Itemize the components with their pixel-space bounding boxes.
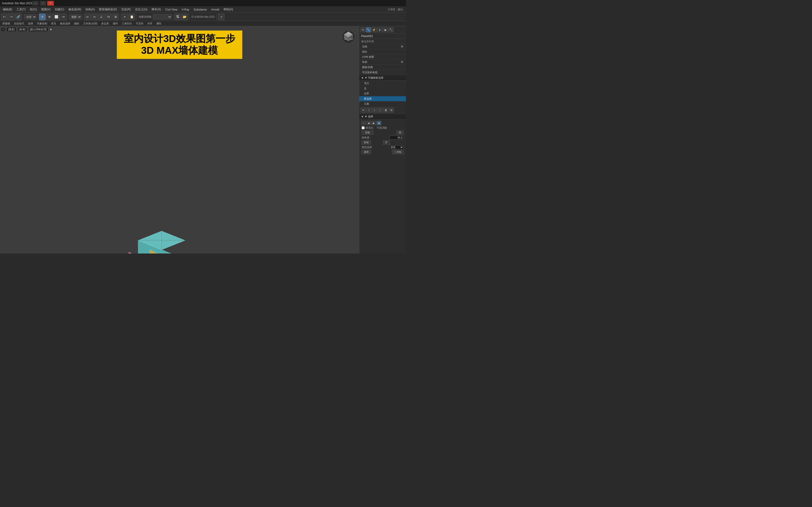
tool-trash[interactable]: 🗑 xyxy=(383,108,388,113)
viewport-arrow[interactable]: ▼ xyxy=(50,28,52,31)
modifier-uvw[interactable]: UVW 贴图 xyxy=(359,54,406,60)
menu-customize[interactable]: 自定义(U) xyxy=(133,7,149,12)
object-name[interactable]: Plane001 xyxy=(359,34,406,39)
menu-animation[interactable]: 动画(A) xyxy=(84,7,97,12)
sub-element[interactable]: 元素 xyxy=(359,101,406,107)
angle-snap-button[interactable]: ∠ xyxy=(98,14,105,20)
menu-tools[interactable]: 工具(T) xyxy=(14,7,28,12)
motion-panel-btn[interactable]: ● xyxy=(377,27,382,33)
viewport-tag-shading[interactable]: [默认明暗处理] xyxy=(29,27,48,32)
snap-settings-button[interactable]: ⊞ xyxy=(112,14,119,20)
menu-civil-view[interactable]: Civil View xyxy=(163,7,179,12)
scene-explorer-button[interactable]: 🏗 xyxy=(174,14,181,20)
select-and-move-button[interactable]: ⊕ xyxy=(46,14,53,20)
sel-btn-square[interactable]: ■ xyxy=(376,121,381,125)
menu-vray[interactable]: V-Ray xyxy=(180,7,191,12)
expand-toolbar-button[interactable]: » xyxy=(218,14,224,20)
maximize-button[interactable]: □ xyxy=(40,1,46,6)
redo-button[interactable]: ↪ xyxy=(8,14,14,20)
sub-tool-polygon[interactable]: 多边形 xyxy=(100,21,110,25)
modifier-renderable-spline[interactable]: 可渲染样条线 xyxy=(359,70,406,75)
selection-section-header[interactable]: ▼ ▼ 选择 xyxy=(359,114,406,119)
sub-edge[interactable]: 边 xyxy=(359,86,406,91)
angle-input[interactable] xyxy=(390,136,404,139)
select-link-button[interactable]: 🔗 xyxy=(15,14,21,20)
sub-tool-freeform[interactable]: 自由形式 xyxy=(12,21,26,25)
tool-pipe2[interactable]: | xyxy=(372,108,377,113)
back-face-btn[interactable]: 背面 xyxy=(362,130,373,135)
sub-tool-triangulate[interactable]: 三角剖分 xyxy=(120,21,134,25)
snap-2d-button[interactable]: 2D xyxy=(91,14,98,20)
shrink-btn[interactable]: 收缩 xyxy=(362,140,371,145)
close-button[interactable]: ✕ xyxy=(47,1,54,6)
layer-manager-button[interactable]: ≡ xyxy=(121,14,128,20)
select-object-button[interactable]: ✛ xyxy=(39,14,46,20)
menu-render[interactable]: 渲染(R) xyxy=(119,7,133,12)
menu-modifier[interactable]: 修改器(M) xyxy=(66,7,83,12)
tool-pipe1[interactable]: | xyxy=(366,108,371,113)
menu-view[interactable]: 视图(V) xyxy=(39,7,52,12)
sub-vertex[interactable]: 顶点 xyxy=(359,81,406,86)
menu-script[interactable]: 脚本(S) xyxy=(150,7,163,12)
utilities-panel-btn[interactable]: 🔨 xyxy=(388,27,394,33)
sub-tool-modify-select[interactable]: 修改选择 xyxy=(58,21,72,25)
align-btn[interactable]: 二对制 xyxy=(392,150,404,154)
sub-tool-select[interactable]: 选择 xyxy=(27,21,35,25)
preview-select[interactable]: 禁用 xyxy=(390,146,404,149)
menu-arnold[interactable]: Arnold xyxy=(209,7,221,12)
sel-btn-prev[interactable]: ◀ xyxy=(366,121,371,125)
tool-settings[interactable]: ⚙ xyxy=(389,108,394,113)
modifier-chamfer[interactable]: 圆角/切角 xyxy=(359,65,406,70)
sub-tool-properties[interactable]: 属性 xyxy=(155,21,163,25)
base-btn[interactable]: 基田 xyxy=(362,150,371,154)
select-region-button[interactable]: ⬜ xyxy=(53,14,60,20)
sub-tool-paint[interactable]: 对象绘制 xyxy=(36,21,49,25)
selection-set-dropdown[interactable] xyxy=(153,14,172,19)
sub-tool-fill[interactable]: 填充 xyxy=(50,21,58,25)
by-vertex-checkbox[interactable] xyxy=(362,126,365,129)
sub-tool-geometry[interactable]: 几何体(全部) xyxy=(82,21,99,25)
sub-border[interactable]: 边界 xyxy=(359,91,406,96)
sub-tool-visibility[interactable]: 可见性 xyxy=(135,21,145,25)
modify-panel-btn[interactable]: 🔧 xyxy=(366,27,371,33)
editable-poly-header[interactable]: ▼ ▼ 可编辑多边形 xyxy=(359,75,406,81)
create-panel-btn[interactable]: ✛ xyxy=(360,27,365,33)
menu-create[interactable]: 创建(C) xyxy=(53,7,66,12)
sub-tool-loop[interactable]: 循环 xyxy=(111,21,119,25)
view-dropdown[interactable]: 视图 xyxy=(69,14,82,19)
block-btn[interactable]: 阻 xyxy=(397,130,404,135)
viewport-tag-standard[interactable]: [标准] xyxy=(18,27,27,32)
hierarchy-panel-btn[interactable]: ⚡ xyxy=(371,27,376,33)
tool-pipe3[interactable]: | xyxy=(377,108,383,113)
sel-btn-circle[interactable]: ○ xyxy=(361,121,366,125)
menu-graph-editor[interactable]: 图形编辑器(D) xyxy=(97,7,119,12)
menu-help[interactable]: 帮助(H) xyxy=(221,7,235,12)
sub-tool-modeling[interactable]: 挤建模 xyxy=(1,21,11,25)
sub-tool-align[interactable]: 对齐 xyxy=(146,21,154,25)
layer-explorer-button[interactable]: 📂 xyxy=(182,14,188,20)
expand-btn[interactable]: 扩 xyxy=(383,140,390,145)
display-panel-btn[interactable]: ◉ xyxy=(383,27,388,33)
modifier-list-label[interactable]: 修改器列表 xyxy=(359,39,406,44)
viewport-tag-plus[interactable]: + xyxy=(1,28,5,32)
select-all-dropdown[interactable]: 全部 xyxy=(24,14,37,19)
viewport-tag-perspective[interactable]: [透视] xyxy=(7,27,16,32)
undo-button[interactable]: ↩ xyxy=(1,14,7,20)
tool-pencil[interactable]: ✏ xyxy=(361,108,366,113)
viewport-cube[interactable]: TOP LEFT FRONT xyxy=(341,30,355,44)
sub-tool-edit[interactable]: 编辑 xyxy=(72,21,81,25)
menu-substance[interactable]: Substance xyxy=(192,7,209,12)
snap-3d-button[interactable]: 3D xyxy=(84,14,91,20)
minimize-button[interactable]: ─ xyxy=(32,1,39,6)
mirror-button[interactable]: ⇔ xyxy=(60,14,67,20)
menu-edit[interactable]: 编辑(B) xyxy=(1,7,14,12)
sel-btn-next[interactable]: ▶ xyxy=(371,121,376,125)
modifier-lathe[interactable]: 车削 规 xyxy=(359,60,406,65)
object-properties-button[interactable]: 📋 xyxy=(129,14,135,20)
modifier-push[interactable]: 拍出 xyxy=(359,49,406,54)
modifier-normal[interactable]: 法线 编 xyxy=(359,44,406,49)
viewport[interactable]: + [透视] [标准] [默认明暗处理] ▼ 室内设计3D效果图第一步 3D M… xyxy=(0,26,359,253)
menu-group[interactable]: 组(G) xyxy=(28,7,39,12)
percent-snap-button[interactable]: % xyxy=(105,14,112,20)
sub-polygon[interactable]: 多边形 xyxy=(359,96,406,101)
